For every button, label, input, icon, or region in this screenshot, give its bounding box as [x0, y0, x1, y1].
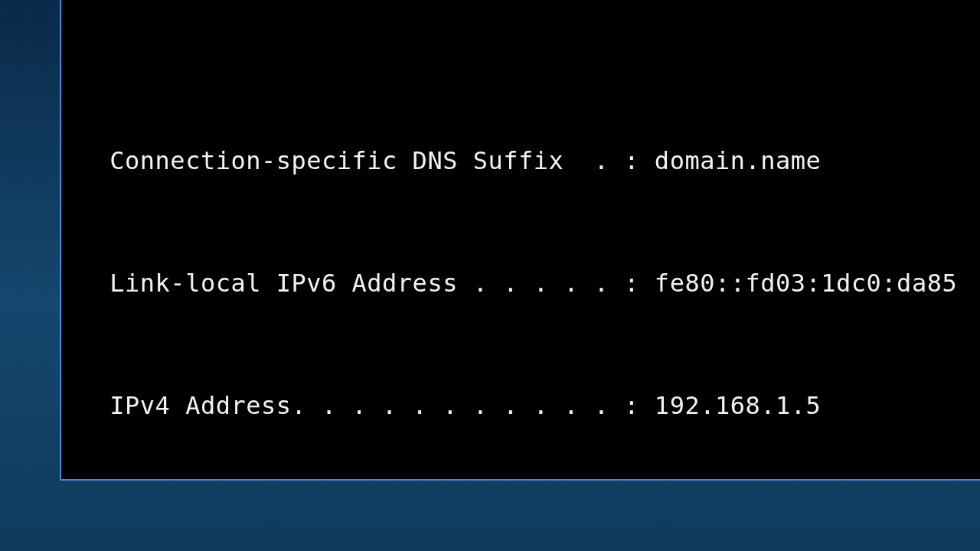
value: fe80::fd03:1dc0:da85 [655, 268, 957, 298]
output-line-dns-suffix: Connection-specific DNS Suffix . : domai… [64, 145, 980, 176]
label: IPv4 Address. . . . . . . . . . . : [64, 390, 655, 421]
value: 192.168.1.5 [655, 390, 821, 421]
label: Connection-specific DNS Suffix . : [64, 145, 655, 176]
label: Link-local IPv6 Address . . . . . : [64, 268, 655, 298]
command-prompt-window[interactable]: Connection-specific DNS Suffix . : domai… [60, 0, 980, 481]
output-line-ipv4: IPv4 Address. . . . . . . . . . . : 192.… [64, 390, 980, 421]
output-line-ipv6: Link-local IPv6 Address . . . . . : fe80… [64, 268, 980, 298]
value: domain.name [655, 145, 821, 176]
terminal-content[interactable]: Connection-specific DNS Suffix . : domai… [61, 54, 980, 481]
